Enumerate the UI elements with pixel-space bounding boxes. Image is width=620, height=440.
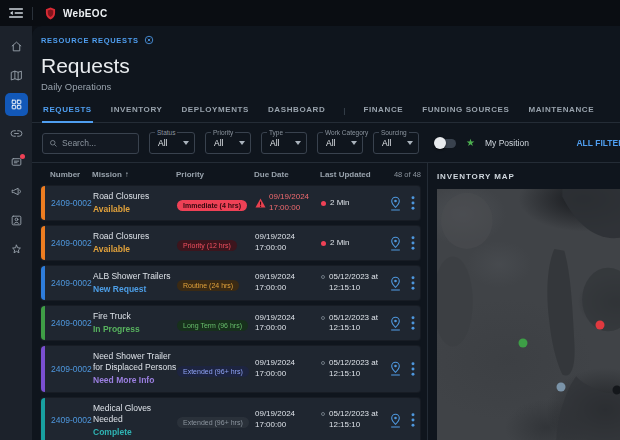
due-date: 09/19/202417:00:00: [255, 272, 321, 294]
type-filter-select[interactable]: TypeAll: [261, 132, 307, 154]
mission-title: Medical Gloves Needed: [93, 403, 177, 425]
last-updated: 2 Min: [321, 238, 384, 249]
table-row[interactable]: 2409-0002Fire TruckIn ProgressLong Term …: [40, 305, 421, 341]
map-pin-button[interactable]: [384, 196, 406, 211]
map-pin-icon: [389, 413, 402, 428]
status-dot-icon: [321, 241, 326, 246]
status-dot-icon: [321, 361, 325, 365]
mission-title: Road Closures: [93, 231, 177, 242]
row-status-bar: [41, 226, 45, 260]
my-position-toggle[interactable]: [435, 139, 456, 148]
mission-status: Need More Info: [93, 375, 177, 386]
filter-label: Status: [155, 129, 177, 136]
kebab-menu-icon: [411, 316, 415, 330]
row-status-bar: [41, 398, 45, 440]
col-mission[interactable]: Mission ↑: [92, 170, 176, 179]
row-menu-button[interactable]: [406, 316, 420, 330]
topbar-divider: [32, 7, 33, 20]
map-icon: [10, 69, 23, 82]
close-board-icon[interactable]: [144, 35, 154, 45]
mission-title: ALB Shower Trailers: [93, 271, 177, 282]
row-count: 48 of 48: [385, 170, 421, 179]
sourcing-filter-select[interactable]: SourcingAll: [373, 132, 419, 154]
sidebar-item-contacts[interactable]: [5, 209, 28, 232]
chevron-down-icon: [239, 141, 245, 145]
map-pin-button[interactable]: [384, 276, 406, 291]
search-input[interactable]: [62, 138, 132, 148]
col-due-date[interactable]: Due Date: [254, 170, 320, 179]
dark-marker[interactable]: [613, 385, 620, 394]
row-menu-button[interactable]: [406, 362, 420, 376]
tab-finance[interactable]: FINANCE: [362, 105, 404, 123]
mission-status: Available: [93, 244, 177, 255]
last-updated: 05/12/2023 at12:15:10: [321, 409, 384, 431]
filter-value: All: [326, 138, 335, 148]
star-icon: [10, 243, 23, 256]
row-menu-button[interactable]: [406, 413, 420, 427]
tab-maintenance[interactable]: MAINTENANCE: [527, 105, 595, 123]
table-row[interactable]: 2409-0002ALB Shower TrailersNew RequestR…: [40, 265, 421, 301]
green-marker[interactable]: [519, 339, 528, 348]
inventory-map[interactable]: [437, 189, 620, 440]
priority-cell: Long Term (96 hrs): [177, 314, 255, 332]
col-last-updated[interactable]: Last Updated: [320, 170, 385, 179]
last-updated: 05/12/2023 at12:15:10: [321, 313, 384, 335]
contacts-icon: [10, 214, 23, 227]
priority-cell: Extended (96+ hrs): [177, 411, 255, 429]
mission-cell: Need Shower Trailer for Displaced Person…: [93, 351, 177, 386]
status-filter-select[interactable]: StatusAll: [149, 132, 195, 154]
map-pin-button[interactable]: [384, 316, 406, 331]
red-marker[interactable]: [595, 320, 604, 329]
table-row[interactable]: 2409-0002Need Shower Trailer for Displac…: [40, 345, 421, 392]
sidebar-item-announcements[interactable]: [5, 180, 28, 203]
sidebar-item-map[interactable]: [5, 64, 28, 87]
top-bar: WebEOC: [0, 0, 620, 26]
tab-inventory[interactable]: INVENTORY: [110, 105, 164, 123]
map-terrain: [437, 189, 620, 440]
col-priority[interactable]: Priority: [176, 170, 254, 179]
request-number-link[interactable]: 2409-0002: [51, 238, 93, 248]
row-menu-button[interactable]: [406, 196, 420, 210]
all-filters-button[interactable]: ALL FILTERS: [576, 138, 620, 148]
map-pin-button[interactable]: [384, 361, 406, 376]
home-icon: [10, 40, 23, 53]
tab-requests[interactable]: REQUESTS: [42, 105, 93, 123]
blue-marker[interactable]: [557, 383, 566, 392]
sidebar-item-link[interactable]: [5, 122, 28, 145]
last-updated: 05/12/2023 at12:15:10: [321, 272, 384, 294]
map-pin-button[interactable]: [384, 413, 406, 428]
col-number[interactable]: Number: [50, 170, 92, 179]
request-number-link[interactable]: 2409-0002: [51, 278, 93, 288]
sidebar-item-star[interactable]: [5, 238, 28, 261]
request-number-link[interactable]: 2409-0002: [51, 198, 93, 208]
work-category-filter-select[interactable]: Work CategoryAll: [317, 132, 363, 154]
sidebar-item-messages[interactable]: [5, 151, 28, 174]
kebab-menu-icon: [411, 196, 415, 210]
priority-filter-select[interactable]: PriorityAll: [205, 132, 251, 154]
row-menu-button[interactable]: [406, 236, 420, 250]
table-row[interactable]: 2409-0002Road ClosuresAvailablePriority …: [40, 225, 421, 261]
request-number-link[interactable]: 2409-0002: [51, 318, 93, 328]
menu-collapse-icon[interactable]: [0, 7, 32, 19]
page-subtitle: Daily Operations: [41, 81, 620, 92]
warning-triangle-icon: [255, 198, 266, 208]
sidebar-item-home[interactable]: [5, 35, 28, 58]
sidebar-item-dashboard[interactable]: [5, 93, 28, 116]
row-menu-button[interactable]: [406, 276, 420, 290]
tab-funding-sources[interactable]: FUNDING SOURCES: [421, 105, 510, 123]
kebab-menu-icon: [411, 236, 415, 250]
tab-deployments[interactable]: DEPLOYMENTS: [180, 105, 250, 123]
priority-badge: Extended (96+ hrs): [177, 366, 249, 377]
tab-dashboard[interactable]: DASHBOARD: [267, 105, 326, 123]
request-number-link[interactable]: 2409-0002: [51, 364, 93, 374]
table-row[interactable]: 2409-0002Road ClosuresAvailableImmediate…: [40, 185, 421, 221]
table-row[interactable]: 2409-0002Medical Gloves NeededCompleteEx…: [40, 397, 421, 440]
breadcrumb-board-tab[interactable]: RESOURCE REQUESTS: [41, 36, 139, 45]
filter-value: All: [270, 138, 279, 148]
request-number-link[interactable]: 2409-0002: [51, 415, 93, 425]
tab-divider: |: [343, 106, 345, 122]
map-pin-button[interactable]: [384, 236, 406, 251]
mission-cell: ALB Shower TrailersNew Request: [93, 271, 177, 295]
priority-cell: Routine (24 hrs): [177, 274, 255, 292]
due-date: 09/19/202417:00:00: [255, 232, 321, 254]
